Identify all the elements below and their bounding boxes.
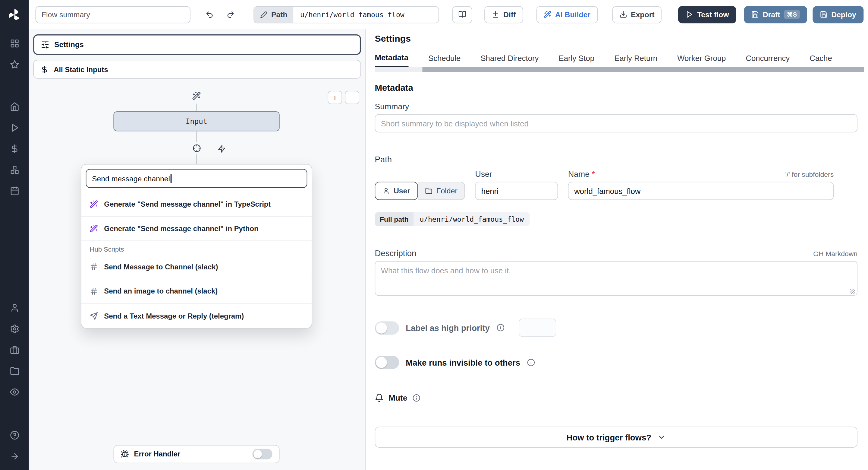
- topbar: Path u/henri/world_famous_flow Diff AI B…: [29, 0, 868, 29]
- tab-cache[interactable]: Cache: [809, 53, 832, 67]
- download-icon: [619, 10, 627, 19]
- invisible-runs-row: Make runs invisible to others: [375, 356, 858, 369]
- settings-panel: Settings Metadata Schedule Shared Direct…: [365, 29, 868, 470]
- description-textarea[interactable]: [375, 261, 858, 296]
- step-search-input[interactable]: Send message channel: [86, 169, 307, 188]
- path-button-label: Path: [271, 10, 287, 19]
- redo-button[interactable]: [221, 5, 239, 23]
- user-icon[interactable]: [0, 297, 29, 318]
- save-icon: [820, 10, 828, 19]
- flow-settings-node[interactable]: Settings: [33, 34, 361, 55]
- windmill-logo[interactable]: [7, 7, 22, 23]
- edge-top: [196, 104, 197, 111]
- error-handler-toggle[interactable]: [253, 449, 273, 460]
- flow-summary-input[interactable]: [36, 6, 190, 23]
- ai-builder-button[interactable]: AI Builder: [536, 6, 597, 23]
- runs-icon[interactable]: [0, 117, 29, 138]
- docs-button[interactable]: [453, 6, 472, 23]
- help-icon[interactable]: [0, 424, 29, 446]
- tab-worker-group[interactable]: Worker Group: [677, 53, 726, 67]
- schedules-icon[interactable]: [0, 180, 29, 201]
- hub-script-item[interactable]: Send a Text Message or Reply (telegram): [82, 304, 312, 328]
- undo-button[interactable]: [200, 5, 218, 23]
- tab-concurrency[interactable]: Concurrency: [746, 53, 789, 67]
- name-field-group: Name * '/' for subfolders: [568, 170, 834, 200]
- variables-icon[interactable]: [0, 138, 29, 159]
- user-field-group: User: [475, 170, 558, 200]
- folder-icon[interactable]: [0, 360, 29, 381]
- chevron-down-icon: [657, 433, 666, 441]
- user-icon: [382, 187, 390, 195]
- name-input[interactable]: [568, 182, 834, 200]
- crosshair-icon[interactable]: [190, 142, 203, 154]
- settings-tabs: Metadata Schedule Shared Directory Early…: [375, 53, 864, 67]
- owner-kind-user-button[interactable]: User: [375, 182, 418, 200]
- generate-typescript-item[interactable]: Generate "Send message channel" in TypeS…: [82, 192, 312, 216]
- mute-row[interactable]: Mute: [375, 393, 858, 402]
- briefcase-icon[interactable]: [0, 339, 29, 360]
- resources-icon[interactable]: [0, 159, 29, 180]
- markdown-hint: GH Markdown: [813, 250, 858, 258]
- user-field-label: User: [475, 170, 558, 178]
- draft-button[interactable]: Draft ⌘S: [744, 6, 807, 23]
- gear-icon[interactable]: [0, 318, 29, 339]
- how-to-trigger-flows-button[interactable]: How to trigger flows?: [375, 427, 858, 448]
- owner-kind-segmented-control: User Folder: [375, 182, 465, 200]
- slack-icon: [90, 263, 98, 271]
- zoom-in-button[interactable]: +: [328, 91, 342, 104]
- test-flow-button[interactable]: Test flow: [678, 6, 736, 23]
- save-icon: [751, 10, 759, 19]
- high-priority-toggle[interactable]: [375, 321, 399, 334]
- diff-icon: [492, 10, 500, 19]
- slack-icon: [90, 287, 98, 295]
- owner-kind-folder-button[interactable]: Folder: [418, 182, 465, 200]
- required-asterisk: *: [592, 170, 595, 178]
- path-edit-group[interactable]: Path u/henri/world_famous_flow: [253, 6, 439, 23]
- path-edit-button[interactable]: Path: [254, 6, 293, 22]
- expand-sidebar-icon[interactable]: [0, 446, 29, 467]
- tab-early-return[interactable]: Early Return: [614, 53, 657, 67]
- summary-input[interactable]: [375, 114, 858, 133]
- info-icon[interactable]: [527, 358, 535, 366]
- hub-scripts-section-label: Hub Scripts: [82, 241, 312, 255]
- priority-value-input[interactable]: [519, 319, 556, 337]
- info-icon[interactable]: [412, 394, 421, 402]
- step-search-popup: Send message channel Generate "Send mess…: [81, 164, 312, 329]
- hub-script-item[interactable]: Send Message to Channel (slack): [82, 255, 312, 280]
- deploy-button[interactable]: Deploy: [812, 6, 864, 23]
- apps-icon[interactable]: [0, 33, 29, 54]
- diff-button[interactable]: Diff: [485, 6, 523, 23]
- sidebar: [0, 0, 29, 470]
- tab-early-stop[interactable]: Early Stop: [558, 53, 594, 67]
- zap-icon[interactable]: [215, 142, 227, 154]
- bug-icon: [121, 450, 129, 458]
- error-handler-node[interactable]: Error Handler: [114, 445, 280, 463]
- wand-icon: [544, 10, 551, 19]
- zoom-out-button[interactable]: −: [345, 91, 359, 104]
- path-section-label: Path: [375, 154, 858, 164]
- generate-python-item[interactable]: Generate "Send message channel" in Pytho…: [82, 216, 312, 241]
- star-icon[interactable]: [0, 54, 29, 75]
- play-icon: [685, 10, 693, 19]
- sliders-icon: [41, 40, 50, 49]
- tab-schedule[interactable]: Schedule: [428, 53, 461, 67]
- home-icon[interactable]: [0, 96, 29, 117]
- bell-icon: [375, 393, 383, 402]
- static-inputs-node[interactable]: All Static Inputs: [33, 60, 361, 79]
- tab-shared-directory[interactable]: Shared Directory: [480, 53, 538, 67]
- info-icon[interactable]: [496, 324, 504, 332]
- flow-canvas: Settings All Static Inputs Input + − Sen…: [29, 29, 366, 470]
- ai-flow-wand-icon[interactable]: [192, 91, 201, 100]
- tabs-scrollbar-thumb[interactable]: [422, 67, 864, 72]
- panel-title: Settings: [375, 33, 858, 44]
- tab-metadata[interactable]: Metadata: [375, 53, 408, 67]
- high-priority-row: Label as high priority: [375, 319, 858, 337]
- full-path-label: Full path: [375, 212, 413, 226]
- invisible-runs-toggle[interactable]: [375, 356, 399, 369]
- hub-script-item[interactable]: Send an image to channel (slack): [82, 280, 312, 304]
- book-icon: [458, 10, 466, 19]
- input-node[interactable]: Input: [114, 111, 280, 131]
- eye-icon[interactable]: [0, 381, 29, 403]
- user-input[interactable]: [475, 182, 558, 200]
- export-button[interactable]: Export: [612, 6, 662, 23]
